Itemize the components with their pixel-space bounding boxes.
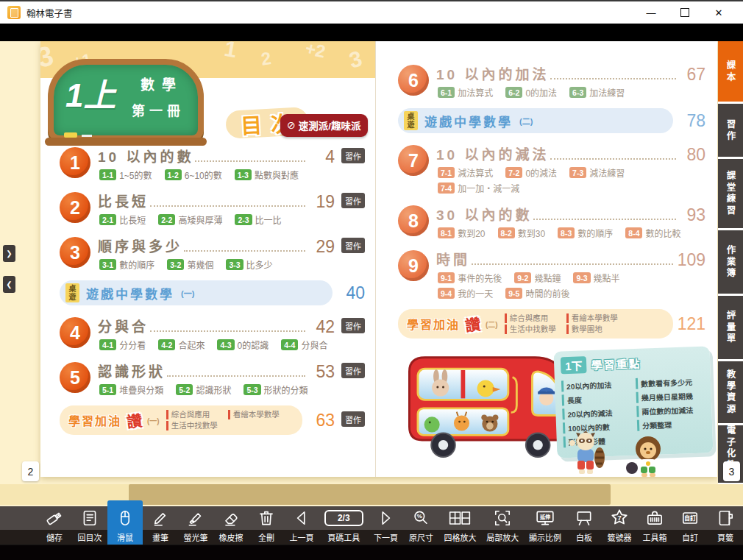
section-link[interactable]: 6-3加法練習 <box>569 86 625 99</box>
toolbar-eraser-button[interactable]: 橡皮擦 <box>213 506 249 545</box>
chapter-number-circle[interactable]: 4 <box>60 317 90 348</box>
study-boost-link[interactable]: 學習加油讚(一)綜合與應用看繪本學數學生活中找數學 <box>60 405 302 435</box>
chapter-page-number[interactable]: 53 <box>310 364 335 380</box>
sidebar-tab-1[interactable]: 課本 <box>718 41 743 102</box>
chapter-title[interactable]: 順序與多少 <box>98 235 182 255</box>
toolbar-toc-button[interactable]: 回目次 <box>72 506 107 545</box>
chapter-number-circle[interactable]: 3 <box>60 237 90 268</box>
section-link[interactable]: 6-20的加法 <box>505 86 557 99</box>
boardgame-link[interactable]: 桌遊遊戲中學數學(一) <box>60 280 333 305</box>
chapter-page-number[interactable]: 29 <box>310 238 335 255</box>
section-link[interactable]: 9-1事件的先後 <box>438 272 502 284</box>
section-link[interactable]: 9-2幾點鐘 <box>514 272 561 284</box>
horizontal-scrollbar-thumb[interactable] <box>129 484 611 505</box>
chapter-page-number[interactable]: 93 <box>680 207 705 224</box>
boardgame-link[interactable]: 桌遊遊戲中學數學(二) <box>398 108 673 133</box>
toolbar-page-box-button[interactable]: 2/3頁碼工具 <box>319 506 368 545</box>
chapter-title[interactable]: 10 以內的加法 <box>436 63 549 83</box>
chapter-title[interactable]: 10 以內的減法 <box>436 143 549 163</box>
workbook-badge[interactable]: 習作 <box>341 238 365 253</box>
section-link[interactable]: 7-4加一加・減一減 <box>438 182 519 194</box>
section-link[interactable]: 1-3點數與對應 <box>235 169 299 181</box>
section-link[interactable]: 4-4分與合 <box>281 339 327 351</box>
chapter-title[interactable]: 比長短 <box>98 191 149 210</box>
boardgame-page-number[interactable]: 78 <box>673 113 705 130</box>
toolbar-bookmark-button[interactable]: 頁籤 <box>708 506 743 545</box>
toolbar-mouse-button[interactable]: 滑鼠 <box>107 500 143 545</box>
sidebar-tab-6[interactable]: 教學資源 <box>718 361 743 423</box>
page-number-tab-right[interactable]: 3 <box>723 461 740 481</box>
workbook-badge[interactable]: 習作 <box>341 318 365 333</box>
chapter-number-circle[interactable]: 5 <box>60 362 90 393</box>
chapter-page-number[interactable]: 109 <box>678 252 705 269</box>
toolbar-pen-button[interactable]: 畫筆 <box>143 506 178 545</box>
section-link[interactable]: 8-4數的比較 <box>625 227 680 239</box>
chapter-page-number[interactable]: 80 <box>680 146 705 163</box>
sidebar-tab-4[interactable]: 作業簿 <box>718 230 743 294</box>
section-link[interactable]: 5-1堆疊與分類 <box>99 383 163 396</box>
section-link[interactable]: 9-3幾點半 <box>573 272 619 284</box>
chapter-page-number[interactable]: 19 <box>310 194 335 210</box>
chapter-number-circle[interactable]: 1 <box>60 147 90 178</box>
toolbar-toolbox-button[interactable]: 工具箱 <box>637 506 672 545</box>
quick-test-link-button[interactable]: ⊘ 速測派/趣味派 <box>280 114 368 137</box>
toolbar-zoom-percent-button[interactable]: %原尺寸 <box>403 506 438 545</box>
study-boost-page-number[interactable]: 63 <box>302 412 335 429</box>
section-link[interactable]: 4-2合起來 <box>158 339 205 351</box>
workbook-badge[interactable]: 習作 <box>341 148 365 163</box>
section-link[interactable]: 5-2認識形狀 <box>176 383 231 396</box>
toolbar-trash-button[interactable]: 全刪 <box>249 506 284 545</box>
chapter-number-circle[interactable]: 2 <box>60 192 90 223</box>
nav-back-arrow[interactable]: ❮ <box>3 276 15 293</box>
section-link[interactable]: 1-26~10的數 <box>165 169 222 181</box>
chapter-number-circle[interactable]: 6 <box>398 65 429 96</box>
section-link[interactable]: 9-4我的一天 <box>438 287 493 300</box>
section-link[interactable]: 6-1加法算式 <box>438 86 493 99</box>
workbook-badge[interactable]: 習作 <box>341 411 365 427</box>
section-link[interactable]: 2-3比一比 <box>235 213 281 226</box>
section-link[interactable]: 8-1數到20 <box>438 227 486 239</box>
chapter-title[interactable]: 分與合 <box>98 316 149 336</box>
toolbar-custom-button[interactable]: 自訂自訂 <box>672 506 708 545</box>
chapter-page-number[interactable]: 4 <box>310 149 335 166</box>
toolbar-region-zoom-button[interactable]: 局部放大 <box>481 506 524 545</box>
section-link[interactable]: 7-20的減法 <box>505 166 557 179</box>
boardgame-page-number[interactable]: 40 <box>333 285 365 302</box>
study-boost-page-number[interactable]: 121 <box>673 316 705 333</box>
chapter-title[interactable]: 30 以內的數 <box>436 204 532 224</box>
section-link[interactable]: 2-1比長短 <box>99 213 146 226</box>
chapter-number-circle[interactable]: 7 <box>398 145 429 176</box>
sidebar-tab-5[interactable]: 評量單 <box>718 296 743 359</box>
section-link[interactable]: 4-1分分看 <box>99 339 146 351</box>
section-link[interactable]: 3-1數的順序 <box>99 258 154 271</box>
toolbar-quad-zoom-button[interactable]: 四格放大 <box>438 506 481 545</box>
section-link[interactable]: 5-3形狀的分類 <box>243 383 307 396</box>
chapter-title[interactable]: 10 以內的數 <box>98 146 193 166</box>
chapter-page-number[interactable]: 67 <box>680 66 705 83</box>
sidebar-tab-3[interactable]: 課堂練習 <box>718 159 743 228</box>
section-link[interactable]: 1-11~5的數 <box>99 169 152 181</box>
workbook-badge[interactable]: 習作 <box>341 363 365 378</box>
toolbar-star-number-button[interactable]: 7籤號器 <box>602 506 637 545</box>
maximize-button[interactable] <box>668 1 702 24</box>
workbook-badge[interactable]: 習作 <box>341 193 365 208</box>
section-link[interactable]: 8-2數到30 <box>498 227 546 239</box>
section-link[interactable]: 8-3數的順序 <box>558 227 613 239</box>
toolbar-prev-button[interactable]: 上一頁 <box>284 506 319 545</box>
study-boost-link[interactable]: 學習加油讚(二)綜合與應用看繪本學數學生活中找數學數學園地 <box>398 309 673 339</box>
section-link[interactable]: 9-5時間的前後 <box>505 287 569 300</box>
section-link[interactable]: 7-3減法練習 <box>569 166 625 179</box>
section-link[interactable]: 4-30的認識 <box>217 339 269 351</box>
sidebar-tab-2[interactable]: 習作 <box>718 104 743 157</box>
toolbar-usb-save-button[interactable]: 儲存 <box>37 506 72 545</box>
chapter-title[interactable]: 認識形狀 <box>98 361 166 380</box>
close-button[interactable]: ✕ <box>702 1 736 24</box>
section-link[interactable]: 3-3比多少 <box>226 258 272 271</box>
toolbar-next-button[interactable]: 下一頁 <box>368 506 403 545</box>
minimize-button[interactable]: — <box>634 1 668 24</box>
section-link[interactable]: 7-1減法算式 <box>438 166 493 179</box>
chapter-number-circle[interactable]: 8 <box>398 205 429 236</box>
chapter-title[interactable]: 時間 <box>436 249 470 269</box>
toolbar-display-ratio-button[interactable]: 延伸顯示比例 <box>524 506 566 545</box>
section-link[interactable]: 3-2第幾個 <box>167 258 213 271</box>
